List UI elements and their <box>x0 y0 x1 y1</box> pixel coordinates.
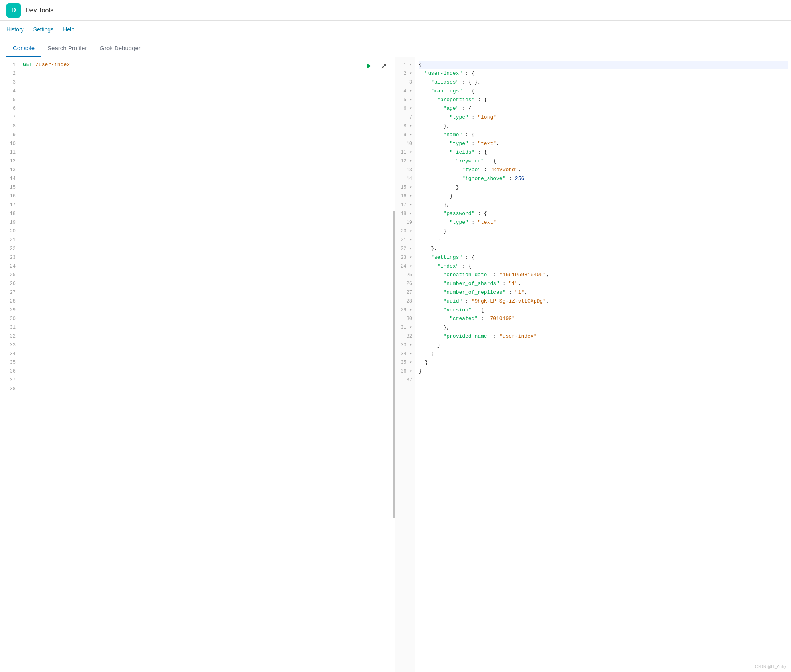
nav-help[interactable]: Help <box>63 26 74 33</box>
app-icon: D <box>6 3 21 18</box>
output-line-32: "provided_name" : "user-index" <box>419 332 788 341</box>
tabs-bar: Console Search Profiler Grok Debugger <box>0 38 791 57</box>
editor-line-7 <box>23 113 392 122</box>
editor-line-14 <box>23 174 392 183</box>
output-line-33: } <box>419 341 788 350</box>
editor-line-20 <box>23 227 392 236</box>
output-line-28: "uuid" : "9hgK-EPFSg-iZ-vtICXpDg", <box>419 297 788 306</box>
editor-line-15 <box>23 183 392 192</box>
editor-actions <box>363 61 389 72</box>
output-line-1: { <box>419 61 788 69</box>
editor-line-28 <box>23 297 392 306</box>
main-content: 1 2 3 4 5 6 7 8 9 10 11 12 13 14 15 16 1… <box>0 57 791 672</box>
top-header: D Dev Tools <box>0 0 791 21</box>
right-panel: 1 ▾ 2 ▾ 3 4 ▾ 5 ▾ 6 ▾ 7 8 ▾ 9 ▾ 10 11 ▾ … <box>396 57 791 672</box>
watermark: CSDN @IT_Antry <box>755 664 786 669</box>
editor-scrollbar[interactable] <box>393 211 395 518</box>
output-line-14: "ignore_above" : 256 <box>419 174 788 183</box>
output-line-21: } <box>419 236 788 244</box>
output-line-8: }, <box>419 122 788 131</box>
output-line-4: "mappings" : { <box>419 87 788 96</box>
output-line-17: }, <box>419 201 788 209</box>
output-line-30: "created" : "7010199" <box>419 315 788 323</box>
editor-line-4 <box>23 87 392 96</box>
tab-console[interactable]: Console <box>6 40 41 57</box>
editor-line-38 <box>23 385 392 393</box>
editor-area[interactable]: 1 2 3 4 5 6 7 8 9 10 11 12 13 14 15 16 1… <box>0 57 395 672</box>
editor-line-29 <box>23 306 392 315</box>
editor-line-12 <box>23 157 392 166</box>
http-method-get: GET <box>23 61 32 69</box>
output-line-26: "number_of_shards" : "1", <box>419 279 788 288</box>
output-line-37 <box>419 376 788 385</box>
output-line-34: } <box>419 350 788 358</box>
editor-line-32 <box>23 332 392 341</box>
editor-line-10 <box>23 139 392 148</box>
editor-line-34 <box>23 350 392 358</box>
tab-grok-debugger[interactable]: Grok Debugger <box>93 40 147 57</box>
output-line-22: }, <box>419 244 788 253</box>
output-line-31: }, <box>419 323 788 332</box>
output-line-18: "password" : { <box>419 209 788 218</box>
editor-line-3 <box>23 78 392 87</box>
editor-line-13 <box>23 166 392 174</box>
output-line-13: "type" : "keyword", <box>419 166 788 174</box>
output-line-12: "keyword" : { <box>419 157 788 166</box>
editor-line-27 <box>23 288 392 297</box>
output-line-15: } <box>419 183 788 192</box>
editor-line-37 <box>23 376 392 385</box>
tab-search-profiler[interactable]: Search Profiler <box>41 40 93 57</box>
editor-line-22 <box>23 244 392 253</box>
output-line-10: "type" : "text", <box>419 139 788 148</box>
editor-line-33 <box>23 341 392 350</box>
editor-line-11 <box>23 148 392 157</box>
editor-line-36 <box>23 367 392 376</box>
output-area[interactable]: 1 ▾ 2 ▾ 3 4 ▾ 5 ▾ 6 ▾ 7 8 ▾ 9 ▾ 10 11 ▾ … <box>396 57 791 672</box>
output-line-25: "creation_date" : "1661959816405", <box>419 271 788 279</box>
editor-line-30 <box>23 315 392 323</box>
editor-line-6 <box>23 104 392 113</box>
output-line-19: "type" : "text" <box>419 218 788 227</box>
output-json-content: { "user-index" : { "aliases" : { }, "map… <box>415 57 791 672</box>
editor-line-35 <box>23 358 392 367</box>
editor-line-25 <box>23 271 392 279</box>
nav-bar: History Settings Help <box>0 21 791 38</box>
output-line-16: } <box>419 192 788 201</box>
left-panel: 1 2 3 4 5 6 7 8 9 10 11 12 13 14 15 16 1… <box>0 57 396 672</box>
output-line-numbers: 1 ▾ 2 ▾ 3 4 ▾ 5 ▾ 6 ▾ 7 8 ▾ 9 ▾ 10 11 ▾ … <box>396 57 415 672</box>
output-line-6: "age" : { <box>419 104 788 113</box>
editor-code[interactable]: GET /user-index <box>20 57 395 672</box>
output-line-11: "fields" : { <box>419 148 788 157</box>
editor-line-9 <box>23 131 392 139</box>
nav-history[interactable]: History <box>6 26 24 33</box>
editor-line-5 <box>23 96 392 104</box>
output-line-35: } <box>419 358 788 367</box>
editor-line-19 <box>23 218 392 227</box>
http-path: /user-index <box>35 61 70 69</box>
output-line-27: "number_of_replicas" : "1", <box>419 288 788 297</box>
svg-marker-0 <box>367 64 371 68</box>
editor-line-24 <box>23 262 392 271</box>
output-line-36: } <box>419 367 788 376</box>
nav-settings[interactable]: Settings <box>33 26 54 33</box>
run-button[interactable] <box>363 61 374 72</box>
editor-line-26 <box>23 279 392 288</box>
editor-line-2 <box>23 69 392 78</box>
output-line-20: } <box>419 227 788 236</box>
output-line-9: "name" : { <box>419 131 788 139</box>
output-line-3: "aliases" : { }, <box>419 78 788 87</box>
app-title: Dev Tools <box>25 7 53 14</box>
editor-line-21 <box>23 236 392 244</box>
output-line-24: "index" : { <box>419 262 788 271</box>
output-line-23: "settings" : { <box>419 253 788 262</box>
editor-line-16 <box>23 192 392 201</box>
output-line-5: "properties" : { <box>419 96 788 104</box>
editor-line-23 <box>23 253 392 262</box>
editor-line-18 <box>23 209 392 218</box>
editor-line-numbers: 1 2 3 4 5 6 7 8 9 10 11 12 13 14 15 16 1… <box>0 57 20 672</box>
editor-line-8 <box>23 122 392 131</box>
editor-line-1: GET /user-index <box>23 61 392 69</box>
editor-line-17 <box>23 201 392 209</box>
wrench-button[interactable] <box>378 61 389 72</box>
output-line-7: "type" : "long" <box>419 113 788 122</box>
